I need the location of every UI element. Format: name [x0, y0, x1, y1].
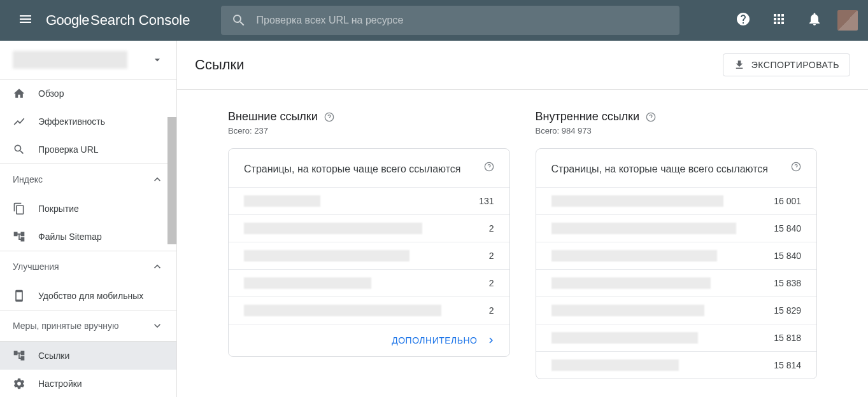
sidebar-item-url-inspection[interactable]: Проверка URL: [0, 136, 176, 164]
row-url: [551, 223, 736, 234]
row-url: [551, 332, 698, 344]
chart-icon: [13, 115, 25, 128]
search-icon: [13, 143, 25, 156]
more-button[interactable]: ДОПОЛНИТЕЛЬНО: [392, 335, 496, 346]
property-selector[interactable]: [0, 41, 176, 79]
sidebar-item-performance[interactable]: Эффективность: [0, 108, 176, 136]
help-icon[interactable]: [791, 162, 801, 172]
row-url: [551, 359, 679, 371]
card-title: Страницы, на которые чаще всего ссылаютс…: [551, 162, 792, 177]
column-header: Внутренние ссылки: [536, 110, 818, 123]
row-value: 15 818: [774, 333, 801, 343]
header-actions: [730, 6, 858, 34]
chevron-down-icon: [151, 319, 164, 332]
home-icon: [13, 87, 25, 100]
main-content: Ссылки ЭКСПОРТИРОВАТЬ Внешние ссылки Все…: [177, 41, 868, 397]
logo[interactable]: Google Search Console: [46, 12, 190, 29]
sidebar-item-label: Файлы Sitemap: [38, 232, 102, 242]
internal-links-card: Страницы, на которые чаще всего ссылаютс…: [536, 148, 818, 379]
sidebar-item-sitemaps[interactable]: Файлы Sitemap: [0, 223, 176, 251]
row-url: [551, 195, 723, 207]
sidebar-item-coverage[interactable]: Покрытие: [0, 195, 176, 223]
more-label: ДОПОЛНИТЕЛЬНО: [392, 335, 477, 345]
list-row[interactable]: 2: [229, 296, 509, 324]
app-header: Google Search Console: [0, 0, 868, 41]
row-value: 15 829: [774, 305, 801, 316]
apps-icon[interactable]: [766, 6, 792, 34]
sidebar-item-links[interactable]: Ссылки: [0, 342, 176, 370]
list-row[interactable]: 15 818: [536, 324, 817, 351]
external-links-card: Страницы, на которые чаще всего ссылаютс…: [228, 148, 510, 357]
list-row[interactable]: 16 001: [536, 187, 817, 214]
sidebar-item-label: Покрытие: [38, 204, 79, 214]
sitemap-icon: [13, 230, 25, 243]
avatar[interactable]: [837, 10, 858, 31]
help-icon[interactable]: [484, 162, 494, 172]
sidebar-item-overview[interactable]: Обзор: [0, 80, 176, 108]
chevron-up-icon: [151, 173, 164, 186]
row-url: [551, 277, 711, 289]
property-name: [13, 51, 127, 69]
section-label: Улучшения: [13, 261, 59, 272]
sidebar-section-index[interactable]: Индекс: [0, 164, 176, 195]
list-row[interactable]: 15 838: [536, 269, 817, 296]
row-url: [244, 277, 371, 289]
list-row[interactable]: 2: [229, 269, 509, 296]
export-button[interactable]: ЭКСПОРТИРОВАТЬ: [723, 53, 850, 76]
row-value: 2: [489, 278, 494, 288]
export-label: ЭКСПОРТИРОВАТЬ: [751, 60, 839, 70]
card-footer: ДОПОЛНИТЕЛЬНО: [229, 324, 509, 356]
section-label: Индекс: [13, 174, 43, 185]
sidebar-item-label: Обзор: [38, 88, 64, 99]
list-row[interactable]: 15 840: [536, 242, 817, 269]
row-url: [244, 223, 422, 234]
list-row[interactable]: 2: [229, 242, 509, 269]
notifications-icon[interactable]: [802, 6, 827, 34]
list-row[interactable]: 15 829: [536, 296, 817, 324]
menu-icon[interactable]: [10, 4, 41, 37]
row-url: [551, 250, 717, 261]
card-title: Страницы, на которые чаще всего ссылаютс…: [244, 162, 484, 177]
scrollbar[interactable]: [167, 117, 176, 244]
column-header: Внешние ссылки: [228, 110, 510, 123]
chevron-up-icon: [151, 260, 164, 273]
copy-icon: [13, 202, 25, 215]
row-url: [244, 195, 320, 207]
chevron-right-icon: [485, 335, 497, 346]
row-url: [551, 305, 704, 316]
search-icon: [231, 13, 246, 28]
section-label: Меры, принятые вручную: [13, 321, 118, 331]
external-links-column: Внешние ссылки Всего: 237 Страницы, на к…: [228, 110, 510, 379]
link-icon: [13, 349, 25, 362]
row-value: 2: [489, 223, 494, 233]
mobile-icon: [13, 289, 25, 302]
column-total: Всего: 984 973: [536, 126, 818, 136]
row-value: 15 838: [774, 278, 801, 288]
gear-icon: [13, 377, 25, 390]
row-url: [244, 305, 441, 316]
card-header: Страницы, на которые чаще всего ссылаютс…: [229, 149, 509, 187]
column-title: Внутренние ссылки: [536, 110, 640, 123]
sidebar-item-label: Удобство для мобильных: [38, 291, 143, 301]
search-input[interactable]: [257, 15, 670, 26]
sidebar-section-manual[interactable]: Меры, принятые вручную: [0, 310, 176, 341]
help-icon[interactable]: [324, 112, 334, 122]
help-icon[interactable]: [646, 112, 656, 122]
list-row[interactable]: 15 814: [536, 351, 817, 379]
chevron-down-icon: [151, 53, 164, 66]
download-icon: [734, 59, 745, 71]
card-header: Страницы, на которые чаще всего ссылаютс…: [536, 149, 817, 187]
list-row[interactable]: 131: [229, 187, 509, 214]
list-row[interactable]: 15 840: [536, 214, 817, 242]
list-row[interactable]: 2: [229, 214, 509, 242]
sidebar-item-label: Эффективность: [38, 116, 105, 127]
row-value: 2: [489, 305, 494, 316]
sidebar-item-settings[interactable]: Настройки: [0, 370, 176, 397]
row-value: 16 001: [774, 196, 801, 206]
search-bar[interactable]: [221, 6, 680, 35]
row-value: 15 814: [774, 360, 801, 370]
column-title: Внешние ссылки: [228, 110, 318, 123]
sidebar-section-enhancements[interactable]: Улучшения: [0, 251, 176, 282]
help-icon[interactable]: [730, 6, 756, 34]
sidebar-item-mobile[interactable]: Удобство для мобильных: [0, 282, 176, 310]
